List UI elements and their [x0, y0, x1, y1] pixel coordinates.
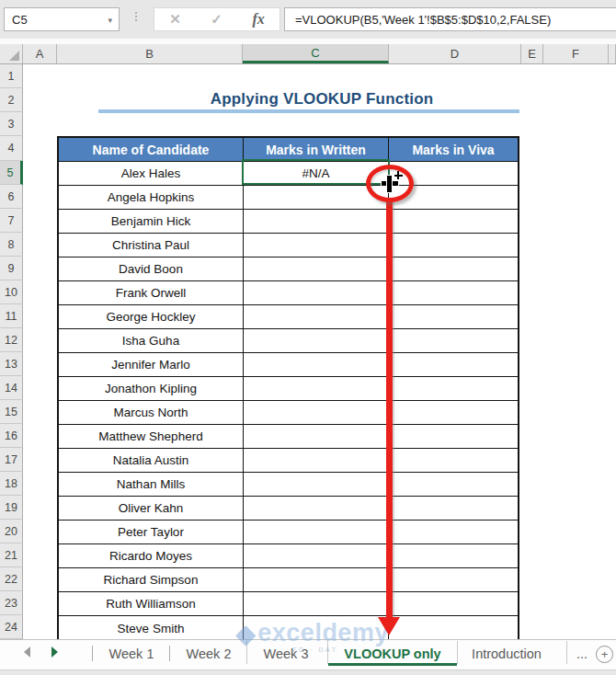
- row-header-15[interactable]: 15: [0, 400, 23, 424]
- column-header-E[interactable]: E: [521, 44, 543, 63]
- cell-C13[interactable]: [244, 353, 389, 377]
- row-header-14[interactable]: 14: [0, 376, 23, 400]
- cell-C23[interactable]: [244, 592, 389, 616]
- cell-D24[interactable]: [389, 616, 518, 640]
- cell-C24[interactable]: [244, 616, 389, 640]
- cell-B24[interactable]: Steve Smith: [59, 616, 244, 640]
- cell-C21[interactable]: [244, 544, 389, 568]
- column-header-F[interactable]: F: [543, 44, 609, 63]
- cell-B17[interactable]: Natalia Austin: [59, 449, 244, 473]
- formula-input[interactable]: =VLOOKUP(B5,'Week 1'!$B$5:$D$10,2,FALSE): [284, 7, 616, 31]
- cell-B20[interactable]: Peter Taylor: [59, 521, 244, 544]
- cell-D6[interactable]: [389, 186, 518, 210]
- row-header-12[interactable]: 12: [0, 328, 23, 352]
- select-all-corner[interactable]: [0, 44, 23, 63]
- cell-C18[interactable]: [244, 473, 389, 497]
- cell-C8[interactable]: [244, 234, 389, 257]
- cell-D8[interactable]: [389, 234, 518, 257]
- row-header-11[interactable]: 11: [0, 304, 23, 328]
- cell-D22[interactable]: [389, 568, 518, 592]
- cell-C15[interactable]: [244, 401, 389, 425]
- row-header-3[interactable]: 3: [0, 112, 23, 136]
- cell-D7[interactable]: [389, 210, 518, 234]
- cell-B11[interactable]: George Hockley: [59, 305, 244, 329]
- cell-B23[interactable]: Ruth Williamson: [59, 592, 244, 616]
- sheet-tab-introduction[interactable]: Introduction: [459, 640, 554, 668]
- cell-B22[interactable]: Richard Simpson: [59, 568, 244, 592]
- cell-C11[interactable]: [244, 305, 389, 329]
- cell-C19[interactable]: [244, 497, 389, 521]
- cell-B16[interactable]: Matthew Shepherd: [59, 425, 244, 449]
- cell-D9[interactable]: [389, 257, 518, 281]
- cell-D11[interactable]: [389, 305, 518, 329]
- cell-D13[interactable]: [389, 353, 518, 377]
- row-header-2[interactable]: 2: [0, 88, 23, 112]
- row-header-8[interactable]: 8: [0, 233, 23, 257]
- cell-C9[interactable]: [244, 257, 389, 281]
- row-header-23[interactable]: 23: [0, 591, 23, 615]
- cell-D12[interactable]: [389, 329, 518, 353]
- cell-D10[interactable]: [389, 281, 518, 305]
- name-box-dropdown-icon[interactable]: ▾: [108, 16, 112, 25]
- sheet-tab-week-1[interactable]: Week 1: [95, 640, 168, 668]
- column-header-A[interactable]: A: [23, 44, 57, 63]
- row-header-20[interactable]: 20: [0, 520, 23, 543]
- cell-B14[interactable]: Jonathon Kipling: [59, 377, 244, 401]
- row-header-17[interactable]: 17: [0, 448, 23, 472]
- cell-D23[interactable]: [389, 592, 518, 616]
- cell-D20[interactable]: [389, 521, 518, 544]
- cell-C16[interactable]: [244, 425, 389, 449]
- cell-C7[interactable]: [244, 210, 389, 234]
- cell-C14[interactable]: [244, 377, 389, 401]
- name-box[interactable]: C5 ▾: [4, 7, 120, 31]
- row-header-7[interactable]: 7: [0, 209, 23, 233]
- cell-D21[interactable]: [389, 544, 518, 568]
- cell-B6[interactable]: Angela Hopkins: [59, 186, 244, 210]
- cell-B12[interactable]: Isha Guha: [59, 329, 244, 353]
- cell-C22[interactable]: [244, 568, 389, 592]
- tabs-scroll-left-icon[interactable]: [24, 646, 30, 658]
- cell-C5[interactable]: #N/A: [244, 162, 389, 186]
- sheet-tab-week-2[interactable]: Week 2: [172, 640, 245, 668]
- cell-B10[interactable]: Frank Orwell: [59, 281, 244, 305]
- cell-B9[interactable]: David Boon: [59, 257, 244, 281]
- row-header-6[interactable]: 6: [0, 185, 23, 209]
- cell-D19[interactable]: [389, 497, 518, 521]
- row-header-10[interactable]: 10: [0, 280, 23, 304]
- cell-B5[interactable]: Alex Hales: [59, 162, 244, 186]
- sheet-tab-week-3[interactable]: Week 3: [247, 640, 325, 668]
- cell-D18[interactable]: [389, 473, 518, 497]
- cell-C10[interactable]: [244, 281, 389, 305]
- row-header-9[interactable]: 9: [0, 257, 23, 280]
- row-header-13[interactable]: 13: [0, 352, 23, 376]
- row-header-21[interactable]: 21: [0, 543, 23, 567]
- cancel-icon[interactable]: ✕: [169, 11, 181, 28]
- column-header-D[interactable]: D: [389, 44, 521, 63]
- new-sheet-button[interactable]: +: [596, 646, 613, 663]
- insert-function-icon[interactable]: fx: [252, 11, 264, 28]
- cell-B15[interactable]: Marcus North: [59, 401, 244, 425]
- row-header-4[interactable]: 4: [0, 136, 23, 161]
- cell-C17[interactable]: [244, 449, 389, 473]
- cell-D17[interactable]: [389, 449, 518, 473]
- column-header-B[interactable]: B: [57, 44, 243, 63]
- cell-B8[interactable]: Christina Paul: [59, 234, 244, 257]
- row-header-5[interactable]: 5: [0, 161, 23, 185]
- row-header-1[interactable]: 1: [0, 64, 23, 88]
- row-header-16[interactable]: 16: [0, 424, 23, 448]
- row-header-24[interactable]: 24: [0, 615, 23, 639]
- cell-D5[interactable]: [389, 162, 518, 186]
- row-header-22[interactable]: 22: [0, 567, 23, 591]
- sheet-tab--[interactable]: ...: [568, 640, 596, 668]
- enter-icon[interactable]: ✓: [211, 11, 222, 28]
- cell-B7[interactable]: Benjamin Hick: [59, 210, 244, 234]
- cell-B19[interactable]: Oliver Kahn: [59, 497, 244, 521]
- cell-C6[interactable]: [244, 186, 389, 210]
- cell-B18[interactable]: Nathan Mills: [59, 473, 244, 497]
- cell-C12[interactable]: [244, 329, 389, 353]
- row-header-19[interactable]: 19: [0, 496, 23, 520]
- cell-D16[interactable]: [389, 425, 518, 449]
- cell-B13[interactable]: Jennifer Marlo: [59, 353, 244, 377]
- cell-B21[interactable]: Ricardo Moyes: [59, 544, 244, 568]
- tabs-scroll-right-icon[interactable]: [51, 646, 58, 658]
